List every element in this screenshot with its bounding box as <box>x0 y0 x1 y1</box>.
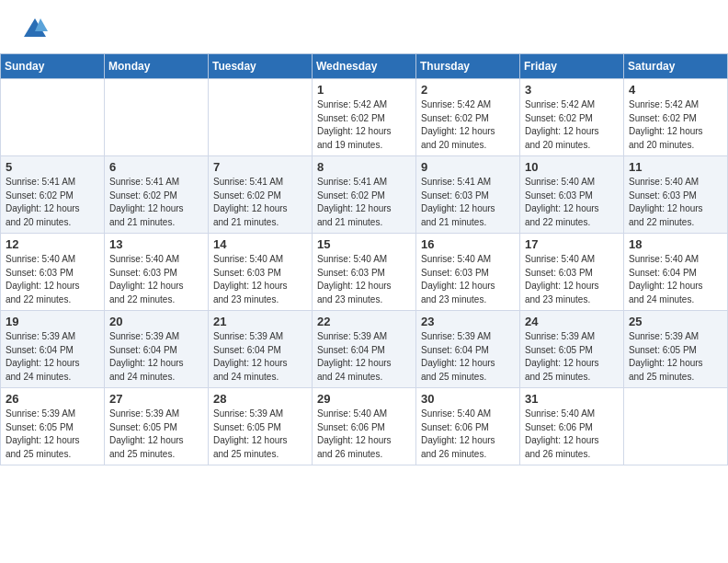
day-info: Sunrise: 5:42 AM Sunset: 6:02 PM Dayligh… <box>629 98 722 152</box>
day-number: 5 <box>6 160 99 174</box>
day-info: Sunrise: 5:41 AM Sunset: 6:02 PM Dayligh… <box>6 176 99 229</box>
calendar-header-saturday: Saturday <box>624 54 728 79</box>
day-number: 6 <box>109 160 203 174</box>
day-number: 31 <box>525 392 619 406</box>
calendar-week-row: 1Sunrise: 5:42 AM Sunset: 6:02 PM Daylig… <box>1 79 728 156</box>
calendar-cell <box>209 79 313 156</box>
calendar-cell <box>105 79 209 156</box>
day-number: 15 <box>317 237 411 251</box>
day-number: 23 <box>421 315 515 328</box>
day-number: 8 <box>317 160 411 174</box>
calendar-header-friday: Friday <box>520 54 624 79</box>
day-number: 7 <box>213 160 307 174</box>
day-info: Sunrise: 5:39 AM Sunset: 6:04 PM Dayligh… <box>6 330 99 384</box>
day-number: 19 <box>6 315 99 328</box>
calendar-cell: 31Sunrise: 5:40 AM Sunset: 6:06 PM Dayli… <box>520 388 624 465</box>
day-info: Sunrise: 5:40 AM Sunset: 6:03 PM Dayligh… <box>213 253 307 306</box>
subtitle <box>0 44 728 53</box>
calendar-cell: 23Sunrise: 5:39 AM Sunset: 6:04 PM Dayli… <box>416 311 520 388</box>
day-info: Sunrise: 5:40 AM Sunset: 6:06 PM Dayligh… <box>421 408 515 461</box>
calendar-cell: 7Sunrise: 5:41 AM Sunset: 6:02 PM Daylig… <box>209 156 313 234</box>
day-number: 16 <box>421 237 515 251</box>
day-info: Sunrise: 5:39 AM Sunset: 6:04 PM Dayligh… <box>421 330 515 384</box>
day-number: 25 <box>629 315 722 328</box>
page-header <box>0 0 728 44</box>
logo-icon <box>22 17 48 39</box>
calendar-cell: 14Sunrise: 5:40 AM Sunset: 6:03 PM Dayli… <box>209 234 313 311</box>
day-number: 2 <box>421 83 515 97</box>
day-number: 17 <box>525 237 619 251</box>
day-number: 14 <box>213 237 307 251</box>
day-info: Sunrise: 5:40 AM Sunset: 6:03 PM Dayligh… <box>109 253 203 306</box>
calendar-cell: 29Sunrise: 5:40 AM Sunset: 6:06 PM Dayli… <box>313 388 416 465</box>
day-info: Sunrise: 5:41 AM Sunset: 6:03 PM Dayligh… <box>421 176 515 229</box>
day-info: Sunrise: 5:41 AM Sunset: 6:02 PM Dayligh… <box>213 176 307 229</box>
calendar-cell: 4Sunrise: 5:42 AM Sunset: 6:02 PM Daylig… <box>624 79 728 156</box>
day-info: Sunrise: 5:40 AM Sunset: 6:06 PM Dayligh… <box>525 408 619 461</box>
calendar-cell: 20Sunrise: 5:39 AM Sunset: 6:04 PM Dayli… <box>105 311 209 388</box>
day-info: Sunrise: 5:39 AM Sunset: 6:04 PM Dayligh… <box>317 330 411 384</box>
day-info: Sunrise: 5:40 AM Sunset: 6:03 PM Dayligh… <box>317 253 411 306</box>
day-number: 28 <box>213 392 307 406</box>
calendar-cell: 6Sunrise: 5:41 AM Sunset: 6:02 PM Daylig… <box>105 156 209 234</box>
day-number: 10 <box>525 160 619 174</box>
calendar-cell: 18Sunrise: 5:40 AM Sunset: 6:04 PM Dayli… <box>624 234 728 311</box>
day-info: Sunrise: 5:42 AM Sunset: 6:02 PM Dayligh… <box>317 98 411 152</box>
day-number: 21 <box>213 315 307 328</box>
day-info: Sunrise: 5:39 AM Sunset: 6:04 PM Dayligh… <box>213 330 307 384</box>
day-number: 3 <box>525 83 619 97</box>
calendar-cell: 21Sunrise: 5:39 AM Sunset: 6:04 PM Dayli… <box>209 311 313 388</box>
day-info: Sunrise: 5:41 AM Sunset: 6:02 PM Dayligh… <box>317 176 411 229</box>
day-number: 13 <box>109 237 203 251</box>
calendar-cell: 11Sunrise: 5:40 AM Sunset: 6:03 PM Dayli… <box>624 156 728 234</box>
day-number: 20 <box>109 315 203 328</box>
day-info: Sunrise: 5:42 AM Sunset: 6:02 PM Dayligh… <box>421 98 515 152</box>
calendar-cell: 2Sunrise: 5:42 AM Sunset: 6:02 PM Daylig… <box>416 79 520 156</box>
day-info: Sunrise: 5:39 AM Sunset: 6:05 PM Dayligh… <box>525 330 619 384</box>
calendar-cell: 30Sunrise: 5:40 AM Sunset: 6:06 PM Dayli… <box>416 388 520 465</box>
calendar-cell: 5Sunrise: 5:41 AM Sunset: 6:02 PM Daylig… <box>1 156 105 234</box>
calendar-cell: 3Sunrise: 5:42 AM Sunset: 6:02 PM Daylig… <box>520 79 624 156</box>
calendar-week-row: 26Sunrise: 5:39 AM Sunset: 6:05 PM Dayli… <box>1 388 728 465</box>
calendar-header-sunday: Sunday <box>1 54 105 79</box>
calendar-header-tuesday: Tuesday <box>209 54 313 79</box>
day-info: Sunrise: 5:42 AM Sunset: 6:02 PM Dayligh… <box>525 98 619 152</box>
day-number: 24 <box>525 315 619 328</box>
calendar-week-row: 12Sunrise: 5:40 AM Sunset: 6:03 PM Dayli… <box>1 234 728 311</box>
day-number: 4 <box>629 83 722 97</box>
day-info: Sunrise: 5:40 AM Sunset: 6:03 PM Dayligh… <box>629 176 722 229</box>
day-info: Sunrise: 5:39 AM Sunset: 6:05 PM Dayligh… <box>109 408 203 461</box>
day-info: Sunrise: 5:39 AM Sunset: 6:05 PM Dayligh… <box>213 408 307 461</box>
calendar-cell: 8Sunrise: 5:41 AM Sunset: 6:02 PM Daylig… <box>313 156 416 234</box>
day-info: Sunrise: 5:40 AM Sunset: 6:04 PM Dayligh… <box>629 253 722 306</box>
calendar-cell: 27Sunrise: 5:39 AM Sunset: 6:05 PM Dayli… <box>105 388 209 465</box>
calendar-cell: 9Sunrise: 5:41 AM Sunset: 6:03 PM Daylig… <box>416 156 520 234</box>
day-info: Sunrise: 5:40 AM Sunset: 6:06 PM Dayligh… <box>317 408 411 461</box>
calendar-header-monday: Monday <box>105 54 209 79</box>
calendar-cell: 10Sunrise: 5:40 AM Sunset: 6:03 PM Dayli… <box>520 156 624 234</box>
calendar-cell: 22Sunrise: 5:39 AM Sunset: 6:04 PM Dayli… <box>313 311 416 388</box>
day-info: Sunrise: 5:40 AM Sunset: 6:03 PM Dayligh… <box>421 253 515 306</box>
calendar-week-row: 5Sunrise: 5:41 AM Sunset: 6:02 PM Daylig… <box>1 156 728 234</box>
calendar-cell: 17Sunrise: 5:40 AM Sunset: 6:03 PM Dayli… <box>520 234 624 311</box>
calendar-cell: 25Sunrise: 5:39 AM Sunset: 6:05 PM Dayli… <box>624 311 728 388</box>
calendar: SundayMondayTuesdayWednesdayThursdayFrid… <box>0 53 728 465</box>
day-number: 29 <box>317 392 411 406</box>
logo <box>22 17 51 39</box>
calendar-cell: 1Sunrise: 5:42 AM Sunset: 6:02 PM Daylig… <box>313 79 416 156</box>
calendar-cell: 24Sunrise: 5:39 AM Sunset: 6:05 PM Dayli… <box>520 311 624 388</box>
day-info: Sunrise: 5:39 AM Sunset: 6:05 PM Dayligh… <box>6 408 99 461</box>
calendar-week-row: 19Sunrise: 5:39 AM Sunset: 6:04 PM Dayli… <box>1 311 728 388</box>
day-number: 30 <box>421 392 515 406</box>
day-number: 22 <box>317 315 411 328</box>
day-number: 12 <box>6 237 99 251</box>
day-number: 9 <box>421 160 515 174</box>
day-number: 26 <box>6 392 99 406</box>
day-info: Sunrise: 5:40 AM Sunset: 6:03 PM Dayligh… <box>525 253 619 306</box>
calendar-cell: 13Sunrise: 5:40 AM Sunset: 6:03 PM Dayli… <box>105 234 209 311</box>
day-info: Sunrise: 5:40 AM Sunset: 6:03 PM Dayligh… <box>6 253 99 306</box>
day-number: 1 <box>317 83 411 97</box>
calendar-header-wednesday: Wednesday <box>313 54 416 79</box>
day-info: Sunrise: 5:39 AM Sunset: 6:05 PM Dayligh… <box>629 330 722 384</box>
day-number: 27 <box>109 392 203 406</box>
